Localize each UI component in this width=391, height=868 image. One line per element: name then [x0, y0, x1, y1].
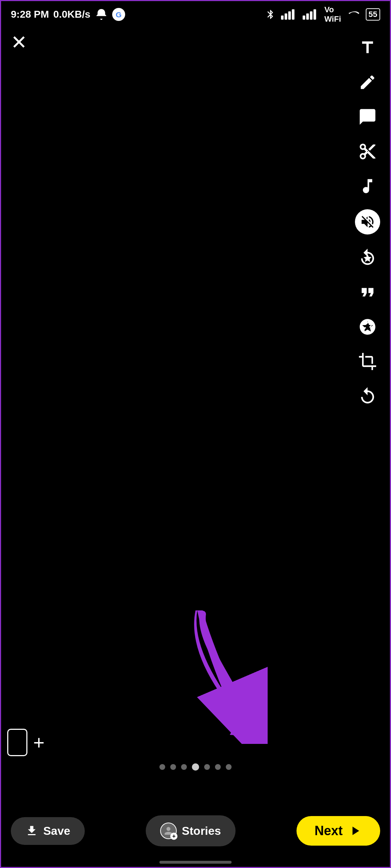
status-right: VoWiFi 55 [265, 5, 380, 24]
text-tool[interactable] [356, 36, 379, 59]
next-icon [348, 824, 362, 838]
quote-tool[interactable] [356, 281, 379, 304]
next-button[interactable]: Next [296, 816, 380, 846]
bluetooth-icon [265, 9, 276, 20]
stories-button[interactable]: + Stories [146, 815, 235, 846]
speed-tool[interactable] [356, 385, 379, 408]
stories-avatar: + [160, 823, 177, 839]
home-indicator [159, 861, 232, 864]
plus-badge: + [170, 833, 177, 840]
svg-rect-2 [281, 16, 284, 20]
bottom-action-bar: Save + Stories Next [0, 815, 391, 846]
save-label: Save [43, 824, 70, 838]
dot-2 [170, 764, 176, 770]
svg-rect-6 [303, 16, 305, 20]
status-bar: 9:28 PM 0.0KB/s G VoWiFi 55 [0, 0, 391, 29]
add-slide-button[interactable]: + [33, 733, 45, 752]
svg-rect-7 [306, 13, 309, 19]
dot-5 [204, 764, 210, 770]
dot-6 [215, 764, 221, 770]
svg-rect-5 [292, 9, 294, 20]
dot-7 [226, 764, 232, 770]
link-tool[interactable] [356, 315, 379, 338]
vo-wifi-label: VoWiFi [324, 5, 341, 24]
next-label: Next [315, 823, 343, 838]
battery-display: 55 [366, 8, 380, 21]
wifi-icon [346, 9, 361, 20]
close-button[interactable]: ✕ [11, 32, 27, 52]
draw-tool[interactable] [356, 71, 379, 94]
signal2-icon [303, 9, 319, 20]
status-left: 9:28 PM 0.0KB/s G [11, 8, 125, 21]
stories-label: Stories [182, 824, 221, 838]
music-tool[interactable] [356, 175, 379, 198]
svg-rect-8 [310, 11, 312, 19]
svg-text:G: G [115, 10, 121, 19]
time-display: 9:28 PM [11, 9, 49, 20]
slide-strip-area: + [7, 729, 45, 756]
sticker-tool[interactable] [356, 105, 379, 128]
alarm-icon [95, 8, 108, 21]
dot-3 [181, 764, 187, 770]
signal1-icon [281, 9, 298, 20]
crop-tool[interactable] [356, 350, 379, 373]
svg-rect-9 [313, 9, 316, 20]
save-button[interactable]: Save [11, 817, 85, 845]
ai-remix-tool[interactable] [356, 246, 379, 269]
dot-1 [159, 764, 165, 770]
save-icon [25, 824, 38, 837]
mute-tool[interactable] [355, 209, 380, 234]
dots-indicator [159, 763, 232, 771]
slide-thumbnail[interactable] [7, 729, 27, 756]
dot-4-active [192, 763, 199, 771]
canvas-area [0, 29, 391, 789]
svg-marker-10 [364, 254, 372, 262]
svg-rect-3 [285, 13, 287, 19]
svg-rect-4 [288, 11, 291, 19]
scissors-tool[interactable] [356, 140, 379, 163]
g-icon: G [112, 8, 125, 21]
network-speed: 0.0KB/s [53, 9, 91, 20]
right-toolbar [355, 29, 380, 408]
